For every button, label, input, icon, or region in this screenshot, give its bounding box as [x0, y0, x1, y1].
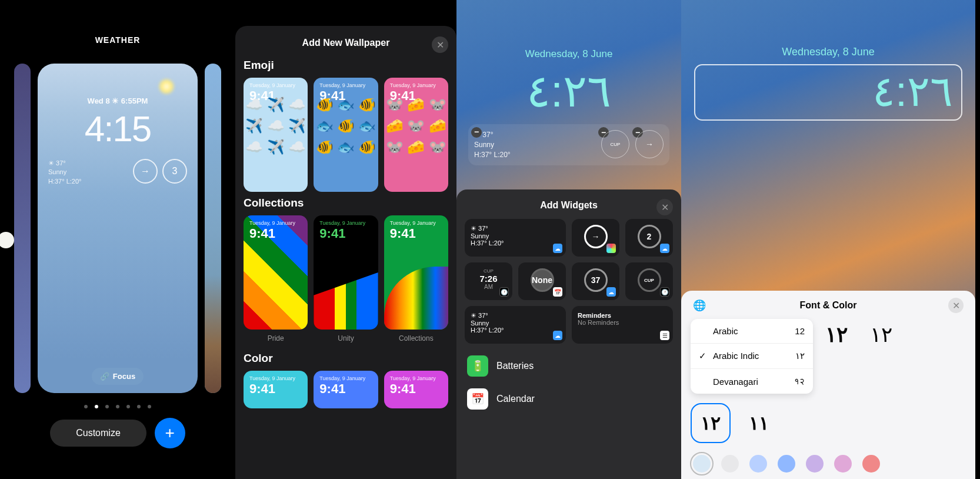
lockscreen-gallery-panel: WEATHER Wed 8 ☀ 6:55PM 4:15 ☀ 37° Sunny … — [0, 0, 235, 479]
close-button[interactable]: ✕ — [656, 199, 673, 215]
unity-thumb[interactable]: Tuesday, 9 January 9:41 — [314, 215, 378, 330]
font-swatch[interactable]: ١١ — [739, 403, 779, 443]
sun-graphic — [158, 78, 175, 95]
font-swatch-selected[interactable]: ١٢ — [691, 403, 731, 443]
numeral-picker-row: Arabic 12 ✓Arabic Indic ١٢ Devanagari १२… — [691, 319, 966, 394]
font-swatch-row: ١٢ ١١ — [691, 403, 966, 443]
widget-edit-row[interactable]: − ☀ 37° Sunny H:37° L:20° − CUP − → — [468, 124, 669, 165]
time-selection-box[interactable]: ٤:٢٦ — [694, 64, 962, 121]
cup-clock-icon: CUP — [601, 130, 629, 158]
customize-button[interactable]: Customize — [50, 420, 146, 447]
lockscreen-preview: Wednesday, 8 June — [681, 0, 975, 58]
calendar-widget[interactable]: None 📅 — [518, 262, 566, 300]
dot — [116, 405, 119, 408]
dot — [105, 405, 109, 408]
calendar-app-row[interactable]: 📅 Calendar — [465, 382, 673, 415]
arrow-icon: → — [635, 130, 664, 158]
lock-date[interactable]: Wednesday, 8 June — [469, 48, 668, 60]
color-swatch[interactable] — [749, 455, 767, 473]
reminders-widget[interactable]: Reminders No Reminders ☰ — [572, 306, 673, 344]
lock-time[interactable]: ٤:٢٦ — [469, 65, 668, 117]
lock-widgets-row: ☀ 37° Sunny H:37° L:20° → 3 — [48, 159, 187, 186]
numeral-option-devanagari[interactable]: Devanagari १२ — [691, 369, 813, 394]
wind-widget: → — [133, 159, 158, 184]
weather-widget-2[interactable]: ☀ 37° Sunny H:37° L:20° ☁ — [465, 306, 566, 344]
dot — [126, 405, 130, 408]
link-icon: 🔗 — [100, 372, 109, 381]
collections-section-title: Collections — [244, 197, 448, 209]
pride-thumb[interactable]: Tuesday, 9 January 9:41 — [244, 215, 308, 330]
reminders-app-icon: ☰ — [660, 331, 669, 340]
emoji-row: Tuesday, 9 January 9:41 ☁️✈️☁️✈️☁️✈️☁️✈️… — [244, 78, 448, 192]
emoji-section-title: Emoji — [244, 59, 448, 72]
close-icon: ✕ — [661, 202, 669, 213]
color-swatch[interactable] — [778, 455, 795, 473]
battery-icon: 🔋 — [467, 355, 488, 377]
dot — [148, 405, 151, 408]
clock-app-icon: 🕐 — [660, 287, 669, 297]
sheet-title: Font & Color — [800, 300, 857, 311]
color-swatch-selected[interactable] — [693, 455, 711, 473]
fitness-app-icon — [606, 244, 616, 253]
lock-date: Wed 8 ☀ 6:55PM — [48, 97, 187, 105]
color-thumb-cyan[interactable]: Tuesday, 9 January 9:41 — [244, 371, 308, 408]
focus-button[interactable]: 🔗 Focus — [92, 368, 144, 385]
clock-widget[interactable]: CUP 7:26 AM 🕐 — [465, 262, 512, 300]
emoji-thumb-airplane[interactable]: Tuesday, 9 January 9:41 ☁️✈️☁️✈️☁️✈️☁️✈️… — [244, 78, 308, 192]
clock-widget-slot[interactable]: − CUP — [601, 130, 629, 159]
font-preview-column: ١٢ ١٢ — [820, 319, 966, 359]
color-thumb-magenta[interactable]: Tuesday, 9 January 9:41 — [384, 371, 448, 408]
color-swatch[interactable] — [721, 455, 739, 473]
font-preview-thin[interactable]: ١٢ — [865, 322, 898, 359]
close-button[interactable]: ✕ — [432, 36, 448, 53]
add-widgets-sheet: Add Widgets ✕ ☀ 37° Sunny H:37° L:20° ☁ … — [456, 189, 681, 479]
weather-widget[interactable]: ☀ 37° Sunny H:37° L:20° ☁ — [465, 219, 566, 257]
color-swatch[interactable] — [862, 455, 880, 473]
color-swatch[interactable] — [834, 455, 852, 473]
collections-thumb[interactable]: Tuesday, 9 January 9:41 — [384, 215, 448, 330]
lock-date[interactable]: Wednesday, 8 June — [694, 46, 962, 58]
bottom-toolbar: Customize + — [0, 418, 235, 448]
fitness-ring-icon: → — [584, 225, 608, 248]
page-dots — [0, 405, 235, 408]
current-wallpaper-card[interactable]: Wed 8 ☀ 6:55PM 4:15 ☀ 37° Sunny H:37° L:… — [38, 64, 198, 393]
calendar-icon: 📅 — [467, 388, 488, 410]
color-thumb-blue[interactable]: Tuesday, 9 January 9:41 — [314, 371, 378, 408]
fitness-widget[interactable]: → — [572, 219, 619, 257]
color-row: Tuesday, 9 January 9:41 Tuesday, 9 Janua… — [244, 371, 448, 408]
weather-widget-slot[interactable]: − ☀ 37° Sunny H:37° L:20° — [474, 130, 595, 159]
globe-icon[interactable]: 🌐 — [693, 299, 706, 312]
dot-active — [95, 405, 98, 408]
dot — [84, 405, 88, 408]
sheet-header: Add Widgets ✕ — [465, 200, 673, 211]
close-icon: ✕ — [952, 300, 960, 311]
batteries-app-row[interactable]: 🔋 Batteries — [465, 350, 673, 382]
font-preview-bold[interactable]: ١٢ — [820, 322, 853, 359]
collection-labels: Pride Unity Collections — [244, 334, 448, 342]
checkmark-icon: ✓ — [699, 351, 708, 361]
numeral-option-arabic-indic[interactable]: ✓Arabic Indic ١٢ — [691, 344, 813, 369]
sheet-title: Add Widgets — [540, 200, 598, 211]
close-button[interactable]: ✕ — [948, 298, 964, 313]
color-section-title: Color — [244, 352, 448, 365]
weather-app-icon: ☁ — [606, 287, 616, 297]
wind-widget-slot[interactable]: − → — [635, 130, 664, 159]
next-wallpaper-card[interactable] — [205, 64, 221, 393]
uv-widget[interactable]: 2 ☁ — [625, 219, 673, 257]
close-icon: ✕ — [436, 39, 444, 51]
aqi-widget[interactable]: 37 ☁ — [572, 262, 619, 300]
color-swatch[interactable] — [806, 455, 824, 473]
font-color-panel: Wednesday, 8 June ٤:٢٦ 🌐 Font & Color ✕ … — [681, 0, 975, 479]
emoji-thumb-mouse[interactable]: Tuesday, 9 January 9:41 🐭🧀🐭🧀🐭🧀🐭🧀🐭 — [384, 78, 448, 192]
wallpaper-carousel[interactable]: Wed 8 ☀ 6:55PM 4:15 ☀ 37° Sunny H:37° L:… — [0, 64, 235, 393]
clock-app-icon: 🕐 — [499, 287, 509, 297]
prev-wallpaper-card[interactable] — [14, 64, 31, 393]
calendar-app-icon: 📅 — [553, 287, 562, 297]
emoji-thumb-fish[interactable]: Tuesday, 9 January 9:41 🐠🐟🐠🐟🐠🐟🐠🐟🐠 — [314, 78, 378, 192]
dot — [137, 405, 141, 408]
add-wallpaper-button[interactable]: + — [155, 418, 185, 448]
remove-widget-button[interactable]: − — [471, 127, 482, 138]
world-clock-widget[interactable]: CUP 🕐 — [625, 262, 673, 300]
numeral-option-arabic[interactable]: Arabic 12 — [691, 319, 813, 344]
numeral-system-popup: Arabic 12 ✓Arabic Indic ١٢ Devanagari १२ — [691, 319, 813, 394]
